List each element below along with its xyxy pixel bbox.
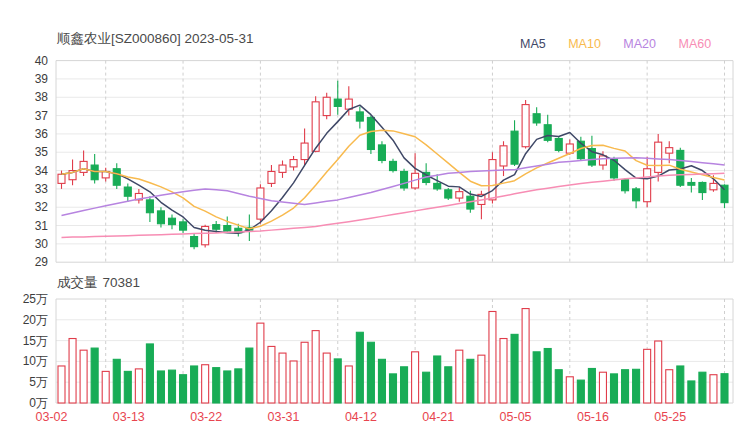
date-axis-label: 05-05 bbox=[484, 410, 548, 424]
price-axis-label: 30 bbox=[6, 237, 48, 251]
price-axis-label: 38 bbox=[6, 90, 48, 104]
volume-title: 成交量70381 bbox=[57, 274, 145, 292]
stock-chart-window: 顺鑫农业[SZ000860] 2023-05-31 MA5 MA10 MA20 … bbox=[0, 0, 740, 440]
legend-ma60[interactable]: MA60 bbox=[678, 37, 711, 51]
date-axis-label: 03-31 bbox=[252, 410, 316, 424]
date-axis-label: 04-12 bbox=[329, 410, 393, 424]
price-axis-label: 32 bbox=[6, 200, 48, 214]
volume-axis-label: 10万 bbox=[6, 354, 48, 368]
volume-value: 70381 bbox=[103, 275, 141, 290]
volume-axis-label: 5万 bbox=[6, 375, 48, 389]
volume-axis-label: 15万 bbox=[6, 334, 48, 348]
price-axis-label: 31 bbox=[6, 219, 48, 233]
volume-axis-label: 0万 bbox=[6, 396, 48, 410]
date-axis-label: 03-22 bbox=[174, 410, 238, 424]
date-axis-label: 05-16 bbox=[561, 410, 625, 424]
price-axis-label: 40 bbox=[6, 54, 48, 68]
ma-legend: MA5 MA10 MA20 MA60 bbox=[520, 37, 730, 51]
price-axis-label: 33 bbox=[6, 182, 48, 196]
price-axis-label: 34 bbox=[6, 164, 48, 178]
price-axis-label: 36 bbox=[6, 127, 48, 141]
volume-axis-label: 25万 bbox=[6, 292, 48, 306]
volume-label: 成交量 bbox=[57, 275, 98, 290]
price-axis-label: 39 bbox=[6, 72, 48, 86]
date-axis-label: 03-13 bbox=[97, 410, 161, 424]
date-axis-label: 04-21 bbox=[406, 410, 470, 424]
volume-axis-label: 20万 bbox=[6, 313, 48, 327]
kline-chart-canvas[interactable] bbox=[0, 0, 740, 440]
legend-ma10[interactable]: MA10 bbox=[568, 37, 601, 51]
date-axis-label: 03-02 bbox=[20, 410, 84, 424]
legend-ma20[interactable]: MA20 bbox=[623, 37, 656, 51]
price-axis-label: 29 bbox=[6, 255, 48, 269]
chart-title: 顺鑫农业[SZ000860] 2023-05-31 bbox=[57, 30, 254, 48]
price-axis-label: 35 bbox=[6, 145, 48, 159]
legend-ma5[interactable]: MA5 bbox=[520, 37, 546, 51]
price-axis-label: 37 bbox=[6, 109, 48, 123]
date-axis-label: 05-25 bbox=[638, 410, 702, 424]
